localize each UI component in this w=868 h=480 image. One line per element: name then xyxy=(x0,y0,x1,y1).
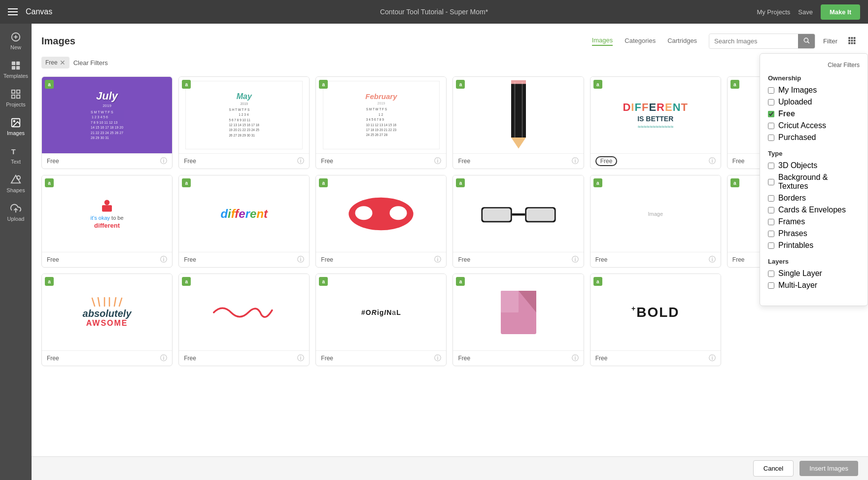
sidebar-item-upload-label: Upload xyxy=(7,216,25,222)
info-icon[interactable]: ⓘ xyxy=(709,354,716,363)
my-projects-link[interactable]: My Projects xyxy=(757,8,790,16)
sidebar-item-upload[interactable]: Upload xyxy=(1,199,30,226)
image-card[interactable]: a Free ⓘ xyxy=(452,274,584,366)
sidebar-item-new[interactable]: New xyxy=(1,28,30,54)
content-header: Images Images Categories Cartridges xyxy=(41,34,858,49)
image-footer: Free ⓘ xyxy=(42,252,172,267)
info-icon[interactable]: ⓘ xyxy=(297,354,304,363)
badge-a: a xyxy=(593,178,602,187)
image-card[interactable]: a May 2019 S H T W T F S 1 2 3 4 5 6 7 8… xyxy=(178,76,310,169)
filter-checkbox-3d[interactable] xyxy=(768,163,774,169)
filter-checkbox-borders[interactable] xyxy=(768,195,774,202)
info-icon[interactable]: ⓘ xyxy=(572,157,579,166)
filter-option-my-images[interactable]: My Images xyxy=(768,86,860,95)
sidebar-item-templates[interactable]: Templates xyxy=(1,56,30,83)
image-card[interactable]: a Image Free ⓘ xyxy=(590,175,721,268)
filter-checkbox-cricut-access[interactable] xyxy=(768,123,774,129)
tab-images[interactable]: Images xyxy=(592,36,613,46)
filter-option-purchased[interactable]: Purchased xyxy=(768,133,860,142)
clear-filters-link[interactable]: Clear Filters xyxy=(73,59,108,67)
search-icon xyxy=(803,37,810,44)
sidebar-item-shapes[interactable]: Shapes xyxy=(1,171,30,197)
filter-option-cards-envelopes[interactable]: Cards & Envelopes xyxy=(768,206,860,214)
image-card[interactable]: a DIFFERENT IS BETTER ≈≈≈≈≈≈≈≈≈≈≈≈ Free … xyxy=(590,76,721,169)
filter-checkbox-bg-textures[interactable] xyxy=(768,179,774,185)
info-icon[interactable]: ⓘ xyxy=(160,157,167,166)
image-footer: Free ⓘ xyxy=(453,350,583,366)
filter-checkbox-free[interactable] xyxy=(768,111,774,117)
make-it-button[interactable]: Make It xyxy=(821,4,860,20)
search-button[interactable] xyxy=(798,34,815,48)
filter-panel-clear-link[interactable]: Clear Filters xyxy=(828,62,860,69)
image-label: Free xyxy=(47,256,59,263)
tab-categories[interactable]: Categories xyxy=(625,37,656,45)
grid-icon xyxy=(847,36,856,45)
filter-checkbox-phrases[interactable] xyxy=(768,231,774,237)
filter-checkbox-multi-layer[interactable] xyxy=(768,282,774,289)
filter-option-3d[interactable]: 3D Objects xyxy=(768,161,860,170)
image-thumb xyxy=(453,77,583,153)
info-icon[interactable]: ⓘ xyxy=(434,354,441,363)
filter-checkbox-frames[interactable] xyxy=(768,219,774,225)
filter-option-single-layer[interactable]: Single Layer xyxy=(768,269,860,278)
sidebar-item-text[interactable]: T Text xyxy=(1,142,30,169)
badge-a: a xyxy=(456,277,465,286)
filter-section-layers: Layers Single Layer Multi-Layer xyxy=(768,258,860,290)
sidebar-item-images[interactable]: Images xyxy=(1,113,30,140)
filter-option-uploaded[interactable]: Uploaded xyxy=(768,98,860,106)
info-icon[interactable]: ⓘ xyxy=(160,354,167,363)
filter-label-uploaded: Uploaded xyxy=(778,98,812,106)
filter-option-borders[interactable]: Borders xyxy=(768,194,860,203)
image-card[interactable]: a it's okay to be different Fre xyxy=(41,175,173,268)
insert-button[interactable]: Insert Images xyxy=(799,461,858,476)
tab-cartridges[interactable]: Cartridges xyxy=(667,37,697,45)
image-card[interactable]: a July 2019 S M T W T F S 1 2 3 4 5 6 7 … xyxy=(41,76,173,169)
image-card[interactable]: a absolutely AWSOME xyxy=(41,274,173,366)
sidebar-item-projects[interactable]: Projects xyxy=(1,85,30,111)
svg-line-55 xyxy=(114,298,116,306)
pencil-svg xyxy=(504,78,533,152)
info-icon[interactable]: ⓘ xyxy=(297,255,304,264)
filter-checkbox-purchased[interactable] xyxy=(768,135,774,141)
filter-checkbox-my-images[interactable] xyxy=(768,87,774,94)
badge-a: a xyxy=(45,80,54,89)
info-icon[interactable]: ⓘ xyxy=(434,255,441,264)
filter-checkbox-single-layer[interactable] xyxy=(768,271,774,277)
topbar-right: My Projects Save Make It xyxy=(757,4,860,20)
filter-checkbox-uploaded[interactable] xyxy=(768,99,774,105)
filter-checkbox-cards-envelopes[interactable] xyxy=(768,207,774,213)
image-card[interactable]: a different Free ⓘ xyxy=(178,175,310,268)
image-card[interactable]: a +BOLD Free ⓘ xyxy=(590,274,721,366)
filter-option-free[interactable]: Free xyxy=(768,109,860,118)
cancel-button[interactable]: Cancel xyxy=(753,460,794,477)
filter-option-printables[interactable]: Printables xyxy=(768,241,860,250)
filter-option-frames[interactable]: Frames xyxy=(768,217,860,226)
grid-toggle-button[interactable] xyxy=(845,34,858,48)
image-footer: Free ⓘ xyxy=(316,350,446,366)
chip-close-button[interactable]: ✕ xyxy=(60,59,66,67)
filter-option-cricut-access[interactable]: Cricut Access xyxy=(768,121,860,130)
info-icon[interactable]: ⓘ xyxy=(572,354,579,363)
info-icon[interactable]: ⓘ xyxy=(709,255,716,264)
info-icon[interactable]: ⓘ xyxy=(297,157,304,166)
info-icon[interactable]: ⓘ xyxy=(434,157,441,166)
menu-icon[interactable] xyxy=(8,8,18,15)
info-icon[interactable]: ⓘ xyxy=(709,157,716,166)
image-card[interactable]: a Free ⓘ xyxy=(452,175,584,268)
filter-option-multi-layer[interactable]: Multi-Layer xyxy=(768,281,860,290)
filter-button[interactable]: Filter xyxy=(819,35,841,47)
filter-option-bg-textures[interactable]: Background & Textures xyxy=(768,173,860,191)
info-icon[interactable]: ⓘ xyxy=(160,255,167,264)
save-button[interactable]: Save xyxy=(798,8,813,16)
image-card[interactable]: a Free ⓘ xyxy=(178,274,310,366)
image-card[interactable]: a Free ⓘ xyxy=(452,76,584,169)
info-icon[interactable]: ⓘ xyxy=(572,255,579,264)
image-card[interactable]: a #ORigINaL Free ⓘ xyxy=(315,274,447,366)
filter-checkbox-printables[interactable] xyxy=(768,242,774,249)
filter-option-phrases[interactable]: Phrases xyxy=(768,229,860,238)
image-grid: a July 2019 S M T W T F S 1 2 3 4 5 6 7 … xyxy=(41,76,858,366)
image-card[interactable]: a Free ⓘ xyxy=(315,175,447,268)
projects-icon xyxy=(10,89,21,100)
image-card[interactable]: a February 2019 S M T W T F S 1 2 3 4 5 … xyxy=(315,76,447,169)
search-input[interactable] xyxy=(709,34,798,48)
